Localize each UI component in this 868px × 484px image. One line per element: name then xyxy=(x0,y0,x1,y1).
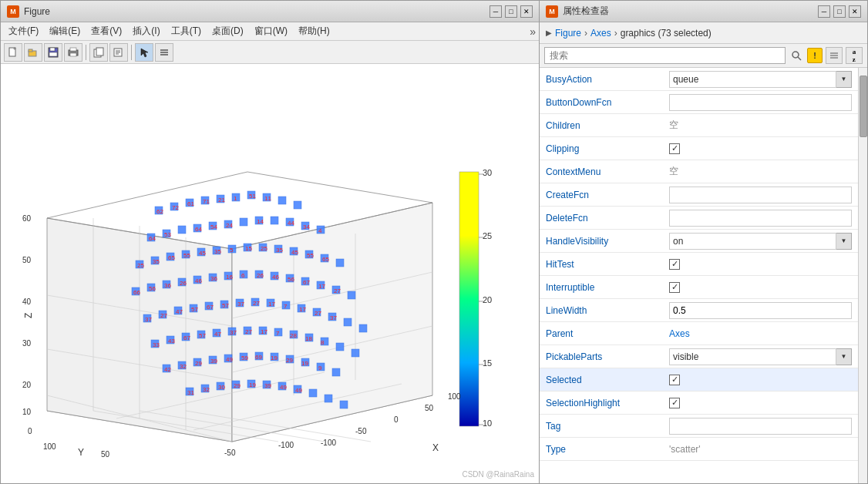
prop-value-type: 'scatter' xyxy=(669,444,852,455)
prop-row-selected: Selected ✓ xyxy=(540,368,858,392)
menu-view[interactable]: 查看(V) xyxy=(86,23,126,39)
svg-text:36: 36 xyxy=(164,282,171,289)
svg-rect-5 xyxy=(49,52,57,56)
svg-text:40: 40 xyxy=(22,297,32,306)
parent-value[interactable]: Axes xyxy=(669,328,690,339)
tb-new[interactable] xyxy=(4,43,22,62)
prop-name-deletefcn: DeleteFcn xyxy=(546,213,669,224)
pi-list-btn[interactable] xyxy=(826,47,843,64)
prop-value-deletefcn xyxy=(669,210,852,227)
breadcrumb-axes[interactable]: Axes xyxy=(590,28,611,39)
selectionhighlight-checkbox[interactable]: ✓ xyxy=(669,398,680,408)
selected-checkbox[interactable]: ✓ xyxy=(669,375,680,385)
type-value: 'scatter' xyxy=(669,444,701,455)
buttondownfcn-input[interactable] xyxy=(669,94,852,111)
pi-window-controls: ─ □ ✕ xyxy=(818,5,861,18)
tb-list[interactable] xyxy=(155,43,173,62)
prop-row-handlevisibility: HandleVisibility on ▼ xyxy=(540,230,858,253)
close-button[interactable]: ✕ xyxy=(520,5,533,18)
tb-edit[interactable] xyxy=(109,43,128,62)
hittest-checkbox[interactable]: ✓ xyxy=(669,259,680,270)
interruptible-checkbox[interactable]: ✓ xyxy=(669,282,680,293)
minimize-button[interactable]: ─ xyxy=(490,5,502,18)
svg-rect-4 xyxy=(50,48,55,51)
tb-copy[interactable] xyxy=(89,43,108,62)
svg-rect-47 xyxy=(278,197,286,204)
clipping-checkbox[interactable]: ✓ xyxy=(669,143,680,154)
svg-text:35: 35 xyxy=(153,258,160,265)
svg-text:17: 17 xyxy=(261,328,267,335)
figure-window: M Figure ─ □ ✕ 文件(F) 编辑(E) 查看(V) 插入(I) 工… xyxy=(0,0,540,484)
pickableparts-input[interactable]: visible xyxy=(669,348,836,365)
pi-title: 属性检查器 xyxy=(563,5,609,18)
svg-rect-91 xyxy=(336,259,344,267)
pickableparts-dropdown-btn[interactable]: ▼ xyxy=(836,348,852,365)
breadcrumb: ▶ Figure › Axes › graphics (73 selected) xyxy=(540,22,867,44)
pi-close-button[interactable]: ✕ xyxy=(849,5,861,18)
svg-text:39: 39 xyxy=(264,382,271,389)
svg-text:67: 67 xyxy=(303,279,310,286)
scrollbar-thumb[interactable] xyxy=(860,76,867,137)
prop-name-busyaction: BusyAction xyxy=(546,74,669,85)
svg-text:4: 4 xyxy=(318,227,322,234)
svg-text:9: 9 xyxy=(318,365,322,371)
svg-text:54: 54 xyxy=(210,224,217,230)
svg-text:36: 36 xyxy=(210,275,217,282)
prop-row-tag: Tag xyxy=(540,415,858,438)
pi-sort-btn[interactable]: az xyxy=(846,47,863,64)
svg-text:66: 66 xyxy=(133,289,140,296)
svg-text:53: 53 xyxy=(164,231,171,238)
breadcrumb-figure[interactable]: Figure xyxy=(555,28,581,39)
breadcrumb-selected: graphics (73 selected) xyxy=(621,28,712,39)
createfcn-input[interactable] xyxy=(669,187,852,203)
svg-text:25: 25 xyxy=(261,245,267,252)
plot-area[interactable]: 72 61 71 21 1 51 11 62 xyxy=(1,64,539,483)
svg-text:57: 57 xyxy=(199,332,206,339)
svg-text:44: 44 xyxy=(288,220,294,227)
scrollbar-track[interactable] xyxy=(858,68,867,483)
busyaction-dropdown-btn[interactable]: ▼ xyxy=(836,71,852,88)
menu-desktop[interactable]: 桌面(D) xyxy=(207,23,248,39)
tb-print[interactable] xyxy=(64,43,82,62)
pi-minimize-button[interactable]: ─ xyxy=(818,5,830,18)
svg-text:15: 15 xyxy=(483,358,492,368)
deletefcn-input[interactable] xyxy=(669,210,852,227)
tb-cursor[interactable] xyxy=(135,43,153,62)
menu-edit[interactable]: 编辑(E) xyxy=(45,23,85,39)
svg-text:7: 7 xyxy=(276,330,280,337)
handlevisibility-input[interactable]: on xyxy=(669,233,836,250)
svg-text:10: 10 xyxy=(483,418,492,428)
svg-text:61: 61 xyxy=(187,200,194,207)
tb-open[interactable] xyxy=(24,43,42,62)
breadcrumb-sep2: › xyxy=(614,28,617,39)
tag-input[interactable] xyxy=(669,418,852,435)
linewidth-input[interactable] xyxy=(669,302,852,319)
prop-name-linewidth: LineWidth xyxy=(546,305,669,316)
svg-text:-50: -50 xyxy=(355,427,367,435)
menu-extra-icon[interactable]: » xyxy=(530,25,536,38)
pi-search-bar: ! az xyxy=(540,44,867,68)
svg-text:47: 47 xyxy=(176,308,183,315)
prop-value-selected: ✓ xyxy=(669,375,852,385)
prop-name-selectionhighlight: SelectionHighlight xyxy=(546,398,669,408)
menu-window[interactable]: 窗口(W) xyxy=(250,23,292,39)
svg-point-262 xyxy=(792,52,799,58)
pi-maximize-button[interactable]: □ xyxy=(833,5,846,18)
tb-save[interactable] xyxy=(44,43,62,62)
search-input[interactable] xyxy=(544,47,786,64)
figure-window-controls: ─ □ ✕ xyxy=(490,5,533,18)
svg-rect-174 xyxy=(336,343,344,351)
menu-help[interactable]: 帮助(H) xyxy=(294,23,335,39)
menu-insert[interactable]: 插入(I) xyxy=(128,23,164,39)
search-icon[interactable] xyxy=(789,48,804,63)
handlevisibility-dropdown-btn[interactable]: ▼ xyxy=(836,233,852,250)
svg-text:42: 42 xyxy=(164,366,171,373)
menu-file[interactable]: 文件(F) xyxy=(4,23,43,39)
busyaction-input[interactable]: queue xyxy=(669,71,836,88)
maximize-button[interactable]: □ xyxy=(505,5,517,18)
svg-text:49: 49 xyxy=(280,384,287,391)
menu-tools[interactable]: 工具(T) xyxy=(167,23,206,39)
svg-text:27: 27 xyxy=(245,328,252,335)
prop-name-tag: Tag xyxy=(546,421,669,432)
prop-row-selectionhighlight: SelectionHighlight ✓ xyxy=(540,392,858,415)
